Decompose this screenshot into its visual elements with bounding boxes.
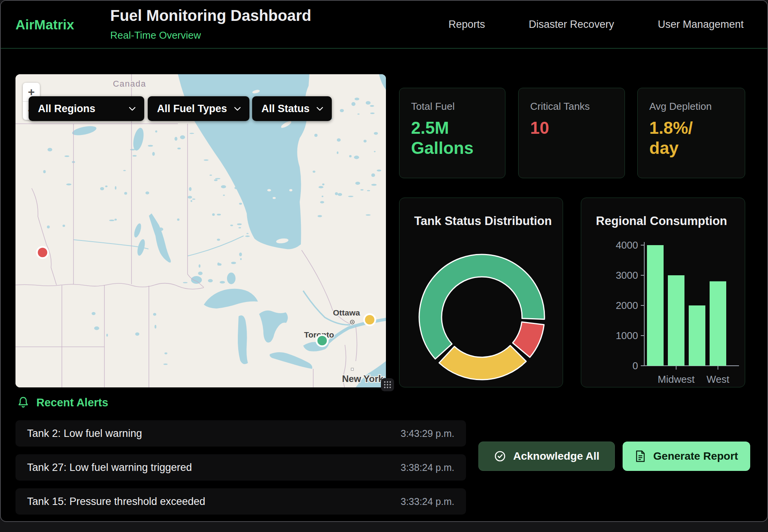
alert-time: 3:33:24 p.m. [401, 496, 454, 507]
alert-row[interactable]: Tank 2: Low fuel warning3:43:29 p.m. [15, 420, 466, 447]
alerts-title: Recent Alerts [36, 396, 108, 409]
acknowledge-all-button[interactable]: Acknowledge All [478, 442, 615, 471]
map-label-ottawa: Ottawa [333, 308, 360, 317]
nav-item-reports[interactable]: Reports [449, 19, 485, 31]
stat-value: day [649, 138, 733, 158]
main-nav: ReportsDisaster RecoveryUser Management [449, 1, 744, 48]
filter-all-status[interactable]: All Status [252, 96, 332, 121]
chevron-down-icon [129, 107, 136, 111]
app-window: AirMatrix Fuel Monitoring Dashboard Real… [0, 0, 768, 522]
y-tick-label: 2000 [616, 300, 638, 311]
filter-value: All Regions [38, 103, 96, 115]
alert-text: Tank 27: Low fuel warning triggered [27, 462, 192, 474]
page-subtitle: Real-Time Overview [110, 29, 201, 41]
drag-dots-icon [383, 380, 392, 389]
generate-report-label: Generate Report [653, 450, 738, 462]
alert-text: Tank 2: Low fuel warning [27, 428, 142, 440]
donut-segment-warning [439, 346, 526, 380]
map-label-canada: Canada [113, 79, 146, 89]
donut-chart [399, 198, 563, 387]
acknowledge-all-label: Acknowledge All [513, 450, 599, 462]
bar-west [710, 281, 726, 366]
stat-value: Gallons [411, 138, 493, 158]
map-marker-critical[interactable] [37, 247, 48, 258]
nav-item-user-management[interactable]: User Management [658, 19, 744, 31]
bar-category-1 [647, 245, 664, 366]
alerts-header: Recent Alerts [17, 396, 108, 409]
stat-label: Avg Depletion [649, 101, 733, 113]
filter-value: All Fuel Types [157, 103, 227, 115]
chevron-down-icon [234, 107, 241, 111]
tank-status-panel: Tank Status Distribution [399, 198, 563, 387]
map-canvas: CanadaOttawaTorontoNew York [15, 74, 386, 387]
y-tick-label: 4000 [616, 239, 638, 251]
stat-value: 10 [530, 118, 613, 138]
x-tick-label: Midwest [658, 373, 695, 385]
bar-category-3 [689, 305, 705, 366]
x-tick-label: West [707, 373, 730, 385]
stat-card-avg-depletion: Avg Depletion1.8%/day [637, 88, 745, 178]
alert-row[interactable]: Tank 27: Low fuel warning triggered3:38:… [15, 454, 466, 481]
brand-logo: AirMatrix [15, 17, 74, 32]
alert-time: 3:38:24 p.m. [401, 462, 454, 473]
stat-card-critical-tanks: Critical Tanks10 [518, 88, 625, 178]
filter-all-regions[interactable]: All Regions [29, 96, 144, 121]
stat-value: 1.8%/ [649, 118, 733, 138]
bar-chart: 01000200030004000MidwestWest [581, 198, 745, 387]
map-marker-warning[interactable] [364, 314, 375, 326]
bar-midwest [668, 275, 684, 366]
y-tick-label: 3000 [616, 269, 638, 281]
map[interactable]: CanadaOttawaTorontoNew York + − All Regi… [15, 74, 386, 387]
filter-all-fuel-types[interactable]: All Fuel Types [148, 96, 249, 121]
y-tick-label: 1000 [616, 330, 638, 341]
generate-report-button[interactable]: Generate Report [623, 442, 750, 471]
stat-value: 2.5M [411, 118, 493, 138]
filter-value: All Status [261, 103, 310, 115]
document-icon [635, 450, 646, 462]
bell-icon [17, 396, 29, 409]
stat-label: Critical Tanks [530, 101, 613, 113]
alert-row[interactable]: Tank 15: Pressure threshold exceeded3:33… [15, 488, 466, 515]
y-tick-label: 0 [633, 360, 638, 372]
map-filter-bar: All RegionsAll Fuel TypesAll Status [15, 96, 386, 121]
chevron-down-icon [316, 107, 323, 111]
check-circle-icon [494, 450, 506, 462]
page-title: Fuel Monitoring Dashboard [110, 7, 311, 24]
regional-consumption-panel: Regional Consumption 01000200030004000Mi… [581, 198, 745, 387]
map-resize-handle[interactable] [381, 378, 394, 391]
stat-label: Total Fuel [411, 101, 493, 113]
stat-card-total-fuel: Total Fuel2.5MGallons [399, 88, 505, 178]
nav-item-disaster-recovery[interactable]: Disaster Recovery [529, 19, 614, 31]
map-label-new-york: New York [342, 373, 384, 384]
map-marker-normal[interactable] [317, 335, 328, 346]
alert-time: 3:43:29 p.m. [401, 428, 454, 439]
header: AirMatrix Fuel Monitoring Dashboard Real… [1, 1, 767, 49]
alert-text: Tank 15: Pressure threshold exceeded [27, 496, 205, 508]
